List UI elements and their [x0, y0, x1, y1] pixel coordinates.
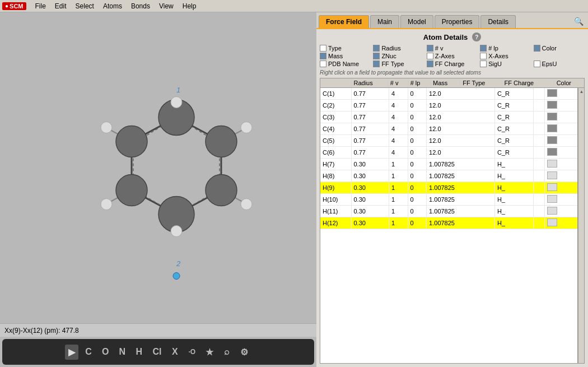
cb-znuc-box[interactable] — [373, 53, 380, 59]
tool-hydrogen[interactable]: H — [132, 345, 146, 359]
table-scroll-container[interactable]: C(1) 0.77 4 0 12.0 C_R C(2) 0.77 4 0 12.… — [320, 88, 584, 363]
cell-ffcharge[interactable] — [533, 100, 544, 112]
svg-point-27 — [116, 175, 147, 206]
cell-ffcharge[interactable] — [533, 182, 544, 194]
checkbox-znuc[interactable]: ZNuc — [373, 53, 424, 59]
tool-search[interactable]: ⌕ — [220, 345, 234, 359]
menu-select[interactable]: Select — [71, 1, 99, 11]
cb-xaxes-box[interactable] — [480, 53, 487, 59]
content-area: Atom Details ? Type Radius # v — [316, 28, 588, 367]
cb-pdbname-box[interactable] — [320, 61, 326, 67]
table-body-container[interactable]: C(1) 0.77 4 0 12.0 C_R C(2) 0.77 4 0 12.… — [320, 88, 577, 363]
table-row[interactable]: C(4) 0.77 4 0 12.0 C_R — [320, 123, 577, 135]
menu-help[interactable]: Help — [178, 1, 201, 11]
col-fftype[interactable]: FF Type — [460, 78, 502, 88]
tool-carbon[interactable]: C — [82, 345, 95, 359]
checkbox-mass[interactable]: Mass — [320, 53, 371, 59]
checkbox-nv[interactable]: # v — [427, 45, 478, 52]
scroll-indicator[interactable]: ▲ — [577, 88, 584, 363]
checkbox-zaxes[interactable]: Z-Axes — [427, 53, 478, 59]
menu-file[interactable]: File — [31, 1, 50, 11]
checkbox-radius[interactable]: Radius — [373, 45, 424, 52]
checkbox-fftype[interactable]: FF Type — [373, 61, 424, 67]
scroll-up-arrow[interactable]: ▲ — [580, 89, 584, 94]
table-row[interactable]: C(3) 0.77 4 0 12.0 C_R — [320, 112, 577, 123]
table-row[interactable]: H(11) 0.30 1 0 1.007825 H_ — [320, 206, 577, 217]
cell-ffcharge[interactable] — [533, 147, 544, 159]
tool-x[interactable]: X — [168, 345, 181, 359]
tool-star[interactable]: ★ — [202, 345, 217, 360]
table-row[interactable]: C(2) 0.77 4 0 12.0 C_R — [320, 100, 577, 112]
cell-ffcharge[interactable] — [533, 159, 544, 170]
cell-ffcharge[interactable] — [533, 88, 544, 100]
table-row[interactable]: C(6) 0.77 4 0 12.0 C_R — [320, 147, 577, 159]
tool-oxygen[interactable]: O — [99, 345, 112, 359]
menu-bonds[interactable]: Bonds — [127, 1, 155, 11]
cb-color-box[interactable] — [534, 45, 540, 52]
menu-atoms[interactable]: Atoms — [99, 1, 127, 11]
tool-dot-o[interactable]: ·O — [185, 346, 199, 358]
cell-nlp: 0 — [408, 217, 427, 229]
menu-view[interactable]: View — [155, 1, 178, 11]
checkbox-xaxes[interactable]: X-Axes — [480, 53, 531, 59]
cb-sigu-box[interactable] — [480, 61, 487, 67]
cell-fftype: H_ — [494, 217, 533, 229]
help-button[interactable]: ? — [472, 32, 481, 41]
molecule-viewer[interactable]: 1 2 — [0, 12, 316, 323]
cb-epsu-box[interactable] — [534, 61, 540, 67]
cb-nv-box[interactable] — [427, 45, 433, 52]
svg-point-33 — [101, 199, 112, 210]
hint-text: Right click on a field to propagate that… — [320, 69, 585, 76]
checkbox-color[interactable]: Color — [534, 45, 585, 52]
tab-properties[interactable]: Properties — [435, 15, 480, 28]
col-radius[interactable]: Radius — [351, 78, 388, 88]
cb-fftype-box[interactable] — [373, 61, 380, 67]
checkbox-epsu[interactable]: EpsU — [534, 61, 585, 67]
col-nv[interactable]: # v — [388, 78, 408, 88]
menu-edit[interactable]: Edit — [50, 1, 71, 11]
checkboxes-grid: Type Radius # v # lp Color — [320, 45, 585, 67]
cell-fftype: H_ — [494, 194, 533, 206]
cell-ffcharge[interactable] — [533, 112, 544, 123]
table-row[interactable]: H(10) 0.30 1 0 1.007825 H_ — [320, 194, 577, 206]
checkbox-nlp[interactable]: # lp — [480, 45, 531, 52]
cell-ffcharge[interactable] — [533, 194, 544, 206]
cell-ffcharge[interactable] — [533, 170, 544, 182]
search-icon[interactable]: 🔍 — [572, 15, 586, 28]
cell-color — [544, 112, 577, 123]
tool-settings[interactable]: ⚙ — [237, 345, 251, 360]
col-ffcharge[interactable]: FF Charge — [502, 78, 554, 88]
cb-ffcharge-box[interactable] — [427, 61, 433, 67]
table-row[interactable]: C(5) 0.77 4 0 12.0 C_R — [320, 135, 577, 147]
tab-details[interactable]: Details — [480, 15, 516, 28]
cb-type-box[interactable] — [320, 45, 326, 52]
tool-select[interactable]: ▶ — [65, 345, 78, 360]
table-row[interactable]: H(12) 0.30 1 0 1.007825 H_ — [320, 217, 577, 229]
cell-nv: 4 — [389, 135, 408, 147]
col-nlp[interactable]: # lp — [408, 78, 430, 88]
tab-bar: Force Field Main Model Properties Detail… — [316, 12, 588, 28]
cb-zaxes-box[interactable] — [427, 53, 433, 59]
col-mass[interactable]: Mass — [431, 78, 460, 88]
cell-ffcharge[interactable] — [533, 217, 544, 229]
table-row[interactable]: C(1) 0.77 4 0 12.0 C_R — [320, 88, 577, 100]
tab-model[interactable]: Model — [400, 15, 433, 28]
tab-force-field[interactable]: Force Field — [319, 15, 369, 28]
tool-chlorine[interactable]: Cl — [149, 345, 165, 359]
checkbox-type[interactable]: Type — [320, 45, 371, 52]
cb-nlp-box[interactable] — [480, 45, 487, 52]
cb-radius-box[interactable] — [373, 45, 380, 52]
table-row[interactable]: H(7) 0.30 1 0 1.007825 H_ — [320, 159, 577, 170]
table-row[interactable]: H(8) 0.30 1 0 1.007825 H_ — [320, 170, 577, 182]
cell-ffcharge[interactable] — [533, 135, 544, 147]
tab-main[interactable]: Main — [370, 15, 399, 28]
checkbox-sigu[interactable]: SigU — [480, 61, 531, 67]
cell-ffcharge[interactable] — [533, 123, 544, 135]
tool-nitrogen[interactable]: N — [115, 345, 129, 359]
checkbox-pdbname[interactable]: PDB Name — [320, 61, 371, 67]
checkbox-ffcharge[interactable]: FF Charge — [427, 61, 478, 67]
table-row[interactable]: H(9) 0.30 1 0 1.007825 H_ — [320, 182, 577, 194]
cell-fftype: H_ — [494, 182, 533, 194]
cb-mass-box[interactable] — [320, 53, 326, 59]
cell-ffcharge[interactable] — [533, 206, 544, 217]
